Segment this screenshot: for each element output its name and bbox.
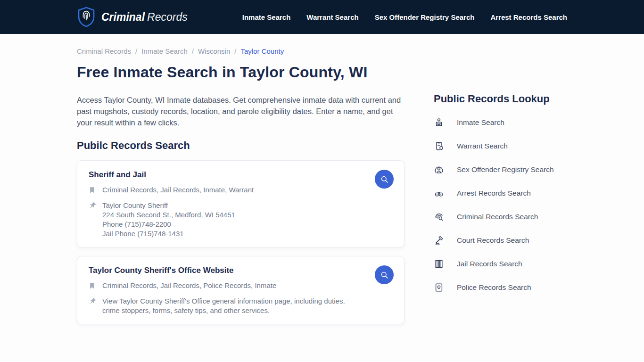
sidebar-item-inmate-search[interactable]: Inmate Search <box>434 111 567 134</box>
search-icon <box>380 175 389 184</box>
main-content: Criminal Records / Inmate Search / Wisco… <box>77 47 405 324</box>
section-heading: Pubilc Records Search <box>77 140 405 152</box>
pushpin-icon <box>89 201 96 239</box>
sidebar-list: Inmate Search Warrant Search <box>434 111 567 299</box>
card-details: Taylor County Sheriff 224 South Second S… <box>102 201 235 239</box>
breadcrumb-criminal-records[interactable]: Criminal Records <box>77 47 131 55</box>
search-icon <box>380 271 389 280</box>
nav-inmate-search[interactable]: Inmate Search <box>242 13 291 21</box>
breadcrumb-taylor-county[interactable]: Taylor County <box>240 47 284 55</box>
intro-paragraph: Access Taylor County, WI Inmate database… <box>77 94 405 128</box>
bookmark-icon <box>89 185 96 196</box>
court-records-icon <box>434 235 444 246</box>
breadcrumb-separator: / <box>192 47 194 55</box>
result-card-sheriff-and-jail: Sheriff and Jail Criminal Records, Jail … <box>77 160 405 247</box>
card-tags: Criminal Records, Jail Records, Inmate, … <box>102 185 254 196</box>
card-search-button[interactable] <box>375 265 394 284</box>
card-details: View Taylor County Sheriff's Office gene… <box>102 296 353 315</box>
sidebar-item-arrest-records-search[interactable]: Arrest Records Search <box>434 181 567 205</box>
sidebar-item-label: Jail Records Search <box>457 260 522 268</box>
brand-name: CriminalRecords <box>101 11 188 24</box>
sex-offender-registry-icon <box>434 165 444 175</box>
card-title[interactable]: Sheriff and Jail <box>89 170 393 180</box>
brand-logo[interactable]: CriminalRecords <box>77 7 188 27</box>
results-list: Sheriff and Jail Criminal Records, Jail … <box>77 160 405 324</box>
sidebar-item-label: Inmate Search <box>457 118 504 127</box>
page-title: Free Inmate Search in Taylor County, WI <box>77 64 405 81</box>
criminal-records-search-icon <box>434 212 444 222</box>
warrant-search-icon <box>434 141 444 151</box>
public-records-lookup-sidebar: Public Records Lookup Inmate Search <box>434 47 567 324</box>
nav-arrest-records-search[interactable]: Arrest Records Search <box>490 13 567 21</box>
sidebar-item-sex-offender-registry-search[interactable]: Sex Offender Registry Search <box>434 158 567 181</box>
sidebar-heading: Public Records Lookup <box>434 93 567 105</box>
breadcrumb: Criminal Records / Inmate Search / Wisco… <box>77 47 405 55</box>
sidebar-item-jail-records-search[interactable]: Jail Records Search <box>434 252 567 276</box>
jail-records-icon <box>434 259 444 269</box>
arrest-records-icon <box>434 188 444 198</box>
nav-warrant-search[interactable]: Warrant Search <box>306 13 358 21</box>
sidebar-item-court-records-search[interactable]: Court Records Search <box>434 229 567 252</box>
pushpin-icon <box>89 296 96 315</box>
sidebar-item-label: Arrest Records Search <box>457 189 531 197</box>
nav-sex-offender-registry-search[interactable]: Sex Offender Registry Search <box>375 13 475 21</box>
sidebar-item-warrant-search[interactable]: Warrant Search <box>434 134 567 158</box>
sidebar-item-police-records-search[interactable]: Police Records Search <box>434 276 567 299</box>
inmate-search-icon <box>434 117 444 128</box>
sidebar-item-label: Court Records Search <box>457 236 529 245</box>
main-nav: Inmate Search Warrant Search Sex Offende… <box>242 13 567 21</box>
police-records-icon <box>434 282 444 293</box>
sidebar-item-label: Warrant Search <box>457 142 508 150</box>
breadcrumb-wisconsin[interactable]: Wisconsin <box>198 47 230 55</box>
sidebar-item-label: Police Records Search <box>457 283 531 292</box>
breadcrumb-inmate-search[interactable]: Inmate Search <box>141 47 188 55</box>
card-tags: Criminal Records, Jail Records, Police R… <box>102 281 276 292</box>
sidebar-item-label: Criminal Records Search <box>457 213 538 221</box>
card-search-button[interactable] <box>375 170 394 189</box>
shield-fingerprint-icon <box>77 7 96 27</box>
breadcrumb-separator: / <box>135 47 137 55</box>
top-navigation-bar: CriminalRecords Inmate Search Warrant Se… <box>0 0 644 34</box>
card-title[interactable]: Taylor County Sheriff's Office Website <box>89 266 393 275</box>
bookmark-icon <box>89 281 96 292</box>
result-card-sheriffs-office-website: Taylor County Sheriff's Office Website C… <box>77 256 405 324</box>
breadcrumb-separator: / <box>234 47 236 55</box>
sidebar-item-criminal-records-search[interactable]: Criminal Records Search <box>434 205 567 229</box>
sidebar-item-label: Sex Offender Registry Search <box>457 165 554 174</box>
